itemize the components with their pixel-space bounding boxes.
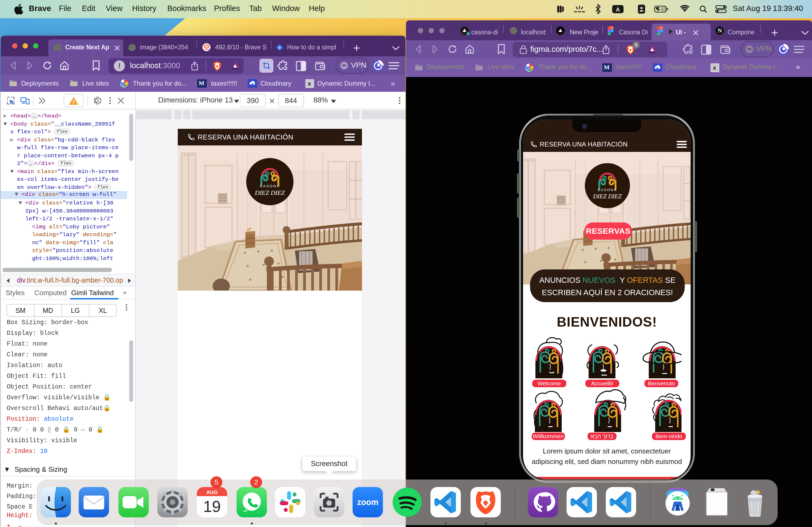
- svg-text:DIEZ DIEZ: DIEZ DIEZ: [593, 193, 622, 200]
- svg-text:CASONA: CASONA: [260, 184, 280, 188]
- svg-text:CASONA: CASONA: [598, 188, 617, 192]
- svg-text:!: !: [73, 99, 75, 105]
- svg-text:DIEZ DIEZ: DIEZ DIEZ: [255, 189, 285, 196]
- svg-text:zoom: zoom: [357, 497, 379, 507]
- svg-text:19: 19: [203, 498, 221, 515]
- svg-text:AUG: AUG: [206, 490, 218, 495]
- svg-text:A: A: [616, 6, 620, 13]
